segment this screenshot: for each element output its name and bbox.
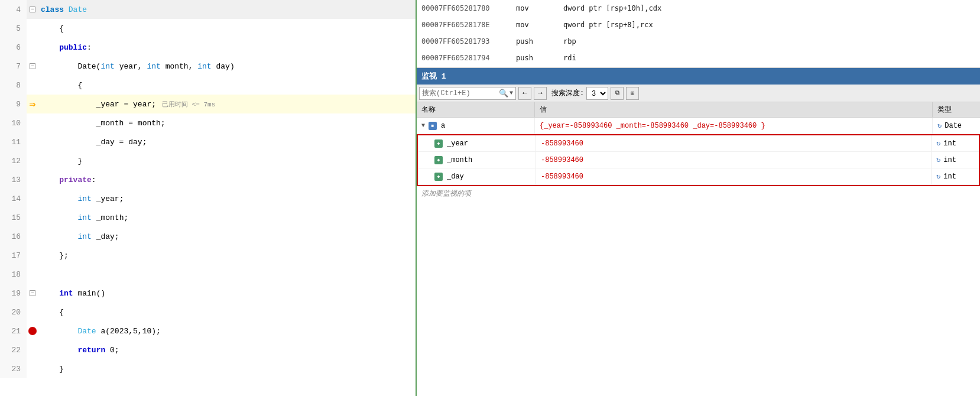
line-gutter — [27, 170, 38, 189]
watch-col-headers: 名称 信 类型 — [417, 102, 980, 118]
collapse-icon[interactable]: − — [30, 63, 35, 69]
watch-cell-value: {_year=-858993460 _month=-858993460 _day… — [535, 118, 933, 134]
collapse-icon[interactable]: − — [30, 290, 35, 296]
code-content — [38, 265, 416, 284]
back-button[interactable]: ← — [518, 87, 531, 100]
breakpoint-icon[interactable] — [28, 327, 37, 335]
line-number: 16 — [0, 227, 27, 246]
watch-row-type-text: Date — [945, 122, 962, 130]
watch-highlighted-section: ◆_year-858993460↻int◆_month-858993460↻in… — [417, 134, 980, 186]
line-gutter — [27, 76, 38, 95]
disasm-op: push — [516, 54, 563, 62]
line-number: 22 — [0, 340, 27, 359]
disasm-op: mov — [516, 4, 563, 12]
tree-expand-icon[interactable]: ▼ — [421, 122, 425, 129]
search-depth-select[interactable]: 3 1 2 4 5 — [586, 87, 608, 100]
line-number: 17 — [0, 246, 27, 265]
execution-arrow-icon: ⇒ — [30, 98, 36, 111]
code-line-16: 16 int _day; — [0, 227, 416, 246]
disasm-line: 00007FF605281794 push rdi — [417, 50, 980, 66]
line-number: 20 — [0, 303, 27, 322]
disasm-line: 00007FF605281793 push rbp — [417, 33, 980, 50]
watch-row-name-text: _year — [447, 139, 468, 148]
search-depth-label: 搜索深度: — [551, 88, 584, 98]
watch-panel-title: 监视 1 — [421, 71, 446, 82]
line-gutter — [27, 359, 38, 378]
code-line-8: 8 { — [0, 76, 416, 95]
code-line-10: 10 _month = month; — [0, 113, 416, 132]
code-line-22: 22 return 0; — [0, 340, 416, 359]
watch-body: ▼■a{_year=-858993460 _month=-858993460 _… — [417, 118, 980, 396]
line-gutter: ⇒ — [27, 95, 38, 113]
line-gutter — [27, 322, 38, 340]
watch-row-name-text: a — [441, 122, 445, 130]
code-line-17: 17 }; — [0, 246, 416, 265]
code-line-6: 6 public: — [0, 38, 416, 57]
forward-button[interactable]: → — [534, 87, 547, 100]
code-line-13: 13 private: — [0, 170, 416, 189]
watch-row-type-text: int — [943, 156, 956, 164]
watch-row[interactable]: ▼■a{_year=-858993460 _month=-858993460 _… — [417, 118, 980, 134]
line-number: 10 — [0, 113, 27, 132]
watch-add-row[interactable]: 添加要监视的项 — [417, 186, 980, 201]
line-number: 6 — [0, 38, 27, 57]
refresh-icon[interactable]: ↻ — [936, 172, 940, 181]
disasm-operand: dword ptr [rsp+10h],cdx — [563, 4, 661, 12]
watch-cell-type: ↻int — [932, 168, 979, 184]
code-line-7: 7− Date(int year, int month, int day) — [0, 57, 416, 76]
code-line-19: 19− int main() — [0, 284, 416, 303]
line-gutter — [27, 19, 38, 38]
watch-row[interactable]: ◆_month-858993460↻int — [418, 152, 979, 168]
code-line-23: 23 } — [0, 359, 416, 378]
code-content: int main() — [38, 284, 416, 303]
line-number: 15 — [0, 208, 27, 227]
watch-cell-type: ↻int — [932, 152, 979, 168]
code-content: int _day; — [38, 227, 416, 246]
code-content: } — [38, 151, 416, 170]
grid-button[interactable]: ⊞ — [626, 87, 639, 100]
line-number: 18 — [0, 265, 27, 284]
line-gutter: − — [27, 284, 38, 303]
refresh-icon[interactable]: ↻ — [937, 121, 942, 130]
watch-row-type-text: int — [943, 139, 956, 148]
code-line-4: 4−class Date — [0, 0, 416, 19]
disasm-line: 00007FF605281780 mov dword ptr [rsp+10h]… — [417, 0, 980, 17]
watch-row[interactable]: ◆_day-858993460↻int — [418, 168, 979, 185]
watch-row[interactable]: ◆_year-858993460↻int — [418, 135, 979, 152]
line-gutter — [27, 151, 38, 170]
line-gutter: − — [27, 0, 38, 19]
watch-row-icon: ◆ — [434, 173, 443, 181]
line-gutter — [27, 340, 38, 359]
code-content: private: — [38, 170, 416, 189]
code-line-14: 14 int _year; — [0, 189, 416, 208]
code-content: Date(int year, int month, int day) — [38, 57, 416, 76]
code-content: } — [38, 359, 416, 378]
disasm-operand: qword ptr [rsp+8],rcx — [563, 21, 653, 29]
line-number: 21 — [0, 322, 27, 340]
code-content: return 0; — [38, 340, 416, 359]
watch-cell-type: ↻int — [932, 135, 979, 151]
col-header-name: 名称 — [417, 102, 535, 117]
disasm-addr: 00007FF605281780 — [421, 4, 516, 12]
dropdown-icon[interactable]: ▼ — [510, 90, 513, 96]
refresh-icon[interactable]: ↻ — [936, 139, 940, 148]
search-icon[interactable]: 🔍 — [499, 89, 508, 98]
copy-button[interactable]: ⧉ — [611, 87, 624, 100]
search-input[interactable] — [422, 89, 499, 98]
watch-row-icon: ◆ — [434, 156, 443, 164]
watch-panel: 监视 1 🔍 ▼ ← → 搜索深度: 3 1 2 4 5 ⧉ ⊞ 名称 信 — [417, 68, 980, 396]
line-gutter — [27, 208, 38, 227]
watch-row-name-text: _day — [447, 173, 464, 181]
code-content: _month = month; — [38, 113, 416, 132]
col-header-type: 类型 — [933, 102, 980, 117]
collapse-icon[interactable]: − — [30, 7, 35, 12]
line-number: 5 — [0, 19, 27, 38]
disasm-addr: 00007FF60528178E — [421, 21, 516, 29]
code-content: }; — [38, 246, 416, 265]
search-box[interactable]: 🔍 ▼ — [419, 87, 516, 100]
code-content: { — [38, 303, 416, 322]
watch-cell-value: -858993460 — [536, 135, 932, 151]
code-line-20: 20 { — [0, 303, 416, 322]
refresh-icon[interactable]: ↻ — [936, 155, 940, 164]
code-panel: 4−class Date5 {6 public:7− Date(int year… — [0, 0, 417, 396]
